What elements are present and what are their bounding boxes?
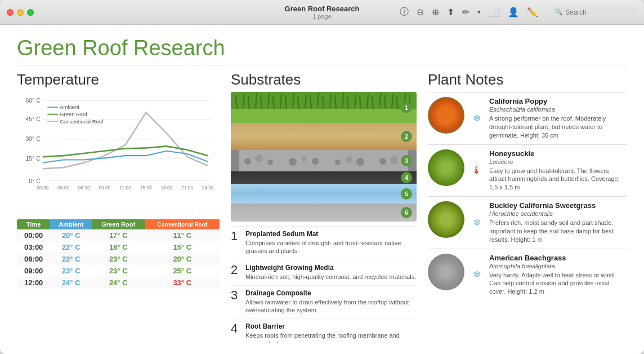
search-input[interactable] xyxy=(565,8,633,16)
app-window: Green Roof Research 1 page ⓘ ⊖ ⊕ ⬆ ✏ ▾ ⬜… xyxy=(0,0,644,354)
plant-icon-area: ❄ xyxy=(470,201,484,244)
substrate-title: Root Barrier xyxy=(245,322,417,330)
table-row: 09:00 23° C 23° C 25° C xyxy=(17,265,220,277)
svg-point-69 xyxy=(379,158,386,165)
chevron-down-icon[interactable]: ▾ xyxy=(477,8,481,16)
plant-sci-name: Eschscholzia californica xyxy=(489,106,627,113)
cell-conv: 20° C xyxy=(145,253,220,265)
plant-sci-name: Ammophila breviligulata xyxy=(489,263,627,269)
zoom-out-icon[interactable]: ⊖ xyxy=(417,7,424,17)
temperature-title: Temperature xyxy=(17,71,220,88)
substrate-desc: Keeps roots from penetrating the roofing… xyxy=(245,331,417,343)
plant-info: Buckley California Sweetgrass Hierochloe… xyxy=(489,201,627,244)
window-title: Green Roof Research xyxy=(285,5,360,13)
plant-desc: Very hardy. Adapts well to heat stress o… xyxy=(489,271,627,297)
info-icon[interactable]: ⓘ xyxy=(400,6,409,18)
plant-sci-name: Hierochloe occidentalis xyxy=(489,210,627,217)
plant-desc: A strong performer on the roof. Moderate… xyxy=(489,114,627,140)
plant-icon-area: 🌡 xyxy=(470,149,484,192)
search-icon: 🔍 xyxy=(555,8,563,16)
maximize-button[interactable] xyxy=(27,9,34,16)
substrate-text: Drainage Composite Allows rainwater to d… xyxy=(245,289,417,315)
table-row: 06:00 22° C 23° C 20° C xyxy=(17,253,220,265)
svg-text:12:00: 12:00 xyxy=(119,185,131,191)
plant-image xyxy=(428,97,464,134)
svg-point-65 xyxy=(335,160,341,165)
th-greenroof: Green Roof xyxy=(92,219,145,229)
svg-point-58 xyxy=(255,154,263,162)
svg-text:06:00: 06:00 xyxy=(78,185,90,191)
minimize-button[interactable] xyxy=(17,9,24,16)
traffic-lights xyxy=(7,9,34,16)
substrate-desc: Allows rainwater to drain effectively fr… xyxy=(245,298,417,315)
cell-greenroof: 18° C xyxy=(92,241,145,253)
substrate-title: Drainage Composite xyxy=(245,289,417,297)
page-content: Green Roof Research Temperature 60° C 45… xyxy=(0,25,644,354)
cell-ambient: 22° C xyxy=(50,253,92,265)
zoom-in-icon[interactable]: ⊕ xyxy=(432,7,439,17)
svg-text:03:00: 03:00 xyxy=(57,185,69,191)
titlebar-center: Green Roof Research 1 page xyxy=(285,5,360,20)
plant-icon-area: ❄ xyxy=(470,254,484,297)
svg-point-61 xyxy=(289,158,297,166)
svg-point-64 xyxy=(323,156,330,164)
layer-number-4: 4 xyxy=(401,172,412,183)
person-icon[interactable]: 👤 xyxy=(508,7,519,17)
temperature-chart: 60° C 45° C 30° C 15° C 0° C 00:00 xyxy=(17,92,220,216)
svg-text:Green Roof: Green Roof xyxy=(60,111,87,117)
plant-info: Honeysuckle Lonicera Easy to grow and he… xyxy=(489,149,627,192)
svg-point-70 xyxy=(390,156,398,164)
svg-point-67 xyxy=(356,158,364,166)
markup-icon[interactable]: ✏️ xyxy=(527,7,538,17)
layer-grass: 1 xyxy=(231,92,417,123)
plant-item: ❄ American Beachgrass Ammophila brevilig… xyxy=(428,249,627,301)
plant-sci-name: Lonicera xyxy=(489,158,627,165)
svg-text:Conventional Roof: Conventional Roof xyxy=(60,118,104,125)
svg-text:45° C: 45° C xyxy=(25,116,41,122)
sidebar-icon[interactable]: ⬜ xyxy=(489,7,500,17)
svg-point-66 xyxy=(346,156,352,163)
plant-list: ❄ California Poppy Eschscholzia californ… xyxy=(428,92,627,300)
plant-image xyxy=(428,201,464,238)
search-box[interactable]: 🔍 xyxy=(551,7,637,17)
chart-svg: 60° C 45° C 30° C 15° C 0° C 00:00 xyxy=(17,92,220,216)
plant-item: 🌡 Honeysuckle Lonicera Easy to grow and … xyxy=(428,144,627,197)
plant-image xyxy=(428,149,464,186)
toolbar-icons: ⓘ ⊖ ⊕ ⬆ ✏ ▾ ⬜ 👤 ✏️ 🔍 xyxy=(400,6,637,18)
substrate-text: Lightweight Growing Media Mineral-rich s… xyxy=(245,264,416,281)
svg-text:18:00: 18:00 xyxy=(160,185,172,191)
substrate-title: Lightweight Growing Media xyxy=(245,264,416,272)
cell-ambient: 20° C xyxy=(50,229,92,241)
window-subtitle: 1 page xyxy=(285,13,360,20)
substrate-item: 2 Lightweight Growing Media Mineral-rich… xyxy=(231,260,417,281)
substrate-desc: Comprises varieties of drought- and fros… xyxy=(245,239,417,255)
svg-text:15° C: 15° C xyxy=(25,156,41,162)
svg-point-63 xyxy=(312,158,319,165)
plant-name: Buckley California Sweetgrass xyxy=(489,201,627,210)
cell-conv: 11° C xyxy=(145,229,220,241)
close-button[interactable] xyxy=(7,9,14,16)
share-icon[interactable]: ⬆ xyxy=(447,7,454,17)
svg-point-59 xyxy=(267,160,273,165)
layer-number-5: 5 xyxy=(401,188,412,200)
th-conv: Conventional Roof xyxy=(145,219,220,229)
substrate-number: 1 xyxy=(231,230,240,255)
substrates-section: Substrates xyxy=(231,71,417,343)
pencil-icon[interactable]: ✏ xyxy=(462,7,469,17)
cell-greenroof: 23° C xyxy=(92,253,145,265)
substrate-item: 1 Preplanted Sedum Mat Comprises varieti… xyxy=(231,226,417,255)
svg-text:21:00: 21:00 xyxy=(181,185,193,191)
substrate-layers-diagram: 1 2 xyxy=(231,92,417,222)
plant-desc: Easy to grow and heat-tolerant. The flow… xyxy=(489,167,627,192)
svg-text:60° C: 60° C xyxy=(25,98,41,104)
substrate-item: 4 Root Barrier Keeps roots from penetrat… xyxy=(231,318,417,343)
cell-conv: 33° C xyxy=(145,277,220,289)
th-ambient: Ambient xyxy=(50,219,92,229)
svg-point-62 xyxy=(301,156,307,162)
svg-text:24:00: 24:00 xyxy=(202,185,214,191)
substrate-number: 4 xyxy=(231,322,240,343)
svg-text:09:00: 09:00 xyxy=(99,185,110,191)
cell-time: 03:00 xyxy=(17,241,50,253)
substrate-text: Preplanted Sedum Mat Comprises varieties… xyxy=(245,230,417,255)
svg-text:15:00: 15:00 xyxy=(140,185,152,191)
